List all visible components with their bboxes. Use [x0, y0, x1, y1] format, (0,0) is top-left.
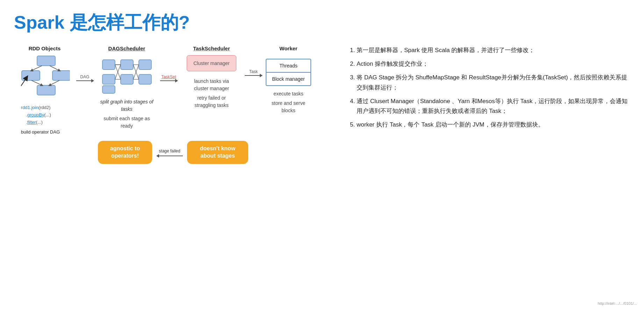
stage-failed-label: stage failed [159, 149, 180, 154]
svg-rect-15 [102, 86, 115, 93]
col1-label: RDD Objects [29, 45, 61, 51]
svg-rect-13 [121, 74, 133, 84]
cluster-manager-box: Cluster manager [187, 55, 236, 71]
task-arrow: Task [245, 55, 262, 76]
taskset-label: TaskSet [161, 74, 176, 79]
note-item-5: worker 执行 Task，每个 Task 启动一个新的 JVM，保存并管理数… [357, 120, 630, 130]
worker-box: Threads Block manager [266, 59, 311, 86]
notes-area: 第一层是解释器，Spark 使用 Scala 的解释器，并进行了一些修改； Ac… [350, 45, 630, 164]
svg-rect-14 [139, 74, 151, 84]
page-title: Spark 是怎样工作的? [14, 10, 630, 35]
svg-rect-11 [139, 60, 151, 70]
worker-threads: Threads [266, 59, 310, 73]
svg-rect-12 [102, 74, 115, 84]
svg-rect-1 [22, 71, 40, 80]
note-item-1: 第一层是解释器，Spark 使用 Scala 的解释器，并进行了一些修改； [357, 45, 630, 56]
doesnt-know-box: doesn't know about stages [187, 141, 248, 164]
col4-label: Worker [279, 45, 297, 51]
worker-sublabel1: execute tasks [273, 90, 303, 98]
rdd-code: rdd1.join(rdd2) .groupBy(...) .filter(..… [21, 104, 60, 126]
svg-line-6 [31, 80, 42, 85]
taskset-arrow: TaskSet [159, 55, 178, 81]
note-item-3: 将 DAG Stage 拆分为 ShuffeMapStage 和 ResultS… [357, 73, 630, 93]
svg-rect-0 [37, 56, 55, 66]
note-item-4: 通过 Clusert Manager（Standalone 、Yarn 和Mes… [357, 96, 630, 117]
col2-label: DAGScheduler [108, 45, 145, 51]
svg-line-5 [50, 66, 59, 71]
svg-rect-10 [121, 60, 133, 70]
dag-sublabel2: submit each stage as ready [99, 115, 155, 130]
note-item-2: Action 操作触发提交作业； [357, 59, 630, 69]
notes-list: 第一层是解释器，Spark 使用 Scala 的解释器，并进行了一些修改； Ac… [350, 45, 630, 130]
scheduler-sublabel2: retry failed orstraggling tasks [194, 94, 228, 109]
dag-scheduler-svg [99, 57, 155, 95]
worker-block-manager: Block manager [266, 73, 310, 85]
rdd-svg [21, 55, 70, 97]
dag-arrow: DAG [75, 55, 94, 81]
url-text: http://intel-.../.../0101/... [598, 301, 637, 306]
worker-sublabel2: store and serveblocks [272, 100, 306, 114]
agnostic-box: agnostic to operators! [98, 141, 152, 164]
svg-rect-9 [102, 60, 115, 70]
col3-label: TaskScheduler [193, 45, 230, 51]
scheduler-sublabel1: launch tasks viacluster manager [194, 78, 229, 92]
svg-line-7 [50, 80, 59, 85]
diagram-area: RDD Objects DAGScheduler TaskScheduler W… [14, 45, 336, 164]
svg-rect-3 [37, 85, 55, 95]
rdd-build-label: build operator DAG [21, 129, 60, 135]
svg-line-4 [31, 66, 42, 71]
dag-sublabel1: split graph into stages of tasks [99, 98, 155, 113]
svg-rect-2 [52, 71, 70, 80]
